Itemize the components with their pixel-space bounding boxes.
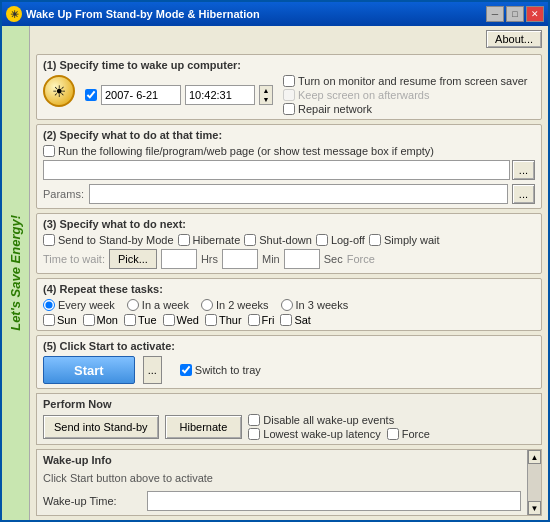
- stand-by-button[interactable]: Send into Stand-by: [43, 415, 159, 439]
- time-wait-label: Time to wait:: [43, 253, 105, 265]
- params-input[interactable]: [89, 184, 508, 204]
- wakeup-info-section: Wake-up Info Click Start button above to…: [36, 449, 542, 516]
- thur-text: Thur: [219, 314, 242, 326]
- pick-button[interactable]: Pick...: [109, 249, 157, 269]
- wakeup-time-label: Wake-up Time:: [43, 495, 143, 507]
- scroll-down-button[interactable]: ▼: [528, 501, 541, 515]
- hrs-label: Hrs: [201, 253, 218, 265]
- about-btn-row: About...: [36, 30, 542, 48]
- days-row: Sun Mon Tue Wed: [43, 314, 535, 326]
- section3-title: (3) Specify what to do next:: [43, 218, 535, 230]
- repair-net-text: Repair network: [298, 103, 372, 115]
- logoff-checkbox[interactable]: [316, 234, 328, 246]
- min-label: Min: [262, 253, 280, 265]
- file-input[interactable]: [43, 160, 510, 180]
- section4: (4) Repeat these tasks: Every week In a …: [36, 278, 542, 331]
- mon-checkbox[interactable]: [83, 314, 95, 326]
- wakeup-info-content: Wake-up Info Click Start button above to…: [37, 450, 527, 515]
- sec-label: Sec: [324, 253, 343, 265]
- sun-checkbox[interactable]: [43, 314, 55, 326]
- wakeup-info-title: Wake-up Info: [43, 454, 521, 466]
- switch-tray-label: Switch to tray: [180, 364, 261, 376]
- params-row: Params: ...: [43, 184, 535, 204]
- logoff-label: Log-off: [331, 234, 365, 246]
- sec-input[interactable]: [284, 249, 320, 269]
- in-2-weeks-text: In 2 weeks: [216, 299, 269, 311]
- wakeup-time-value[interactable]: [147, 491, 521, 511]
- repair-net-checkbox[interactable]: [283, 103, 295, 115]
- disable-wakeup-label: Disable all wake-up events: [248, 414, 430, 426]
- right-checks: Turn on monitor and resume from screen s…: [283, 75, 527, 115]
- tue-checkbox[interactable]: [124, 314, 136, 326]
- hibernate-button[interactable]: Hibernate: [165, 415, 243, 439]
- app-icon: ☀: [6, 6, 22, 22]
- lowest-latency-checkbox[interactable]: [248, 428, 260, 440]
- switch-tray-checkbox[interactable]: [180, 364, 192, 376]
- every-week-radio[interactable]: [43, 299, 55, 311]
- simply-wait-label: Simply wait: [384, 234, 440, 246]
- fri-checkbox[interactable]: [248, 314, 260, 326]
- wed-checkbox[interactable]: [163, 314, 175, 326]
- section1-title: (1) Specify time to wake up computer:: [43, 59, 535, 71]
- scrollbar: ▲ ▼: [527, 450, 541, 515]
- minimize-button[interactable]: ─: [486, 6, 504, 22]
- force-check-label: Force: [387, 428, 430, 440]
- simply-wait-checkbox[interactable]: [369, 234, 381, 246]
- main-window: ☀ Wake Up From Stand-by Mode & Hibernati…: [0, 0, 550, 522]
- in-3-weeks-label: In 3 weeks: [281, 299, 349, 311]
- simply-wait-check-label: Simply wait: [369, 234, 440, 246]
- sat-text: Sat: [294, 314, 311, 326]
- about-button[interactable]: About...: [486, 30, 542, 48]
- section2: (2) Specify what to do at that time: Run…: [36, 124, 542, 209]
- mon-text: Mon: [97, 314, 118, 326]
- thur-label: Thur: [205, 314, 242, 326]
- close-button[interactable]: ✕: [526, 6, 544, 22]
- sat-checkbox[interactable]: [280, 314, 292, 326]
- hrs-input[interactable]: [161, 249, 197, 269]
- date-checkbox[interactable]: [85, 89, 97, 101]
- fri-label: Fri: [248, 314, 275, 326]
- thur-checkbox[interactable]: [205, 314, 217, 326]
- shutdown-checkbox[interactable]: [244, 234, 256, 246]
- in-2-weeks-radio[interactable]: [201, 299, 213, 311]
- hibernate-label: Hibernate: [193, 234, 241, 246]
- scroll-up-button[interactable]: ▲: [528, 450, 541, 464]
- lowest-latency-label: Lowest wake-up latency: [248, 428, 380, 440]
- in-week-label: In a week: [127, 299, 189, 311]
- lowest-latency-text: Lowest wake-up latency: [263, 428, 380, 440]
- start-ellipsis-btn[interactable]: ...: [143, 356, 162, 384]
- section1: (1) Specify time to wake up computer: ☀ …: [36, 54, 542, 120]
- time-input[interactable]: [185, 85, 255, 105]
- start-button[interactable]: Start: [43, 356, 135, 384]
- run-checkbox[interactable]: [43, 145, 55, 157]
- every-week-label: Every week: [43, 299, 115, 311]
- in-3-weeks-radio[interactable]: [281, 299, 293, 311]
- min-input[interactable]: [222, 249, 258, 269]
- force-checkbox[interactable]: [387, 428, 399, 440]
- sidebar-text: Let's Save Energy!: [8, 215, 23, 331]
- spinner-up[interactable]: ▲: [260, 86, 272, 95]
- params-browse-btn[interactable]: ...: [512, 184, 535, 204]
- spinner-down[interactable]: ▼: [260, 95, 272, 104]
- standby-checkbox[interactable]: [43, 234, 55, 246]
- hibernate-checkbox[interactable]: [178, 234, 190, 246]
- main-content: About... (1) Specify time to wake up com…: [30, 26, 548, 520]
- activate-section: Start ... Switch to tray: [43, 356, 535, 384]
- monitor-checkbox[interactable]: [283, 75, 295, 87]
- wakeup-click-msg: Click Start button above to activate: [43, 472, 521, 484]
- repeat-radio-row: Every week In a week In 2 weeks In 3 wee…: [43, 299, 535, 311]
- in-week-radio[interactable]: [127, 299, 139, 311]
- app-logo: ☀: [43, 75, 75, 107]
- hibernate-check-label: Hibernate: [178, 234, 241, 246]
- wakeup-time-row: Wake-up Time:: [43, 491, 521, 511]
- in-3-weeks-text: In 3 weeks: [296, 299, 349, 311]
- disable-wakeup-text: Disable all wake-up events: [263, 414, 394, 426]
- section5: (5) Click Start to activate: Start ... S…: [36, 335, 542, 389]
- maximize-button[interactable]: □: [506, 6, 524, 22]
- disable-wakeup-checkbox[interactable]: [248, 414, 260, 426]
- file-browse-btn[interactable]: ...: [512, 160, 535, 180]
- shutdown-check-label: Shut-down: [244, 234, 312, 246]
- date-input[interactable]: [101, 85, 181, 105]
- keep-screen-checkbox[interactable]: [283, 89, 295, 101]
- title-controls: ─ □ ✕: [486, 6, 544, 22]
